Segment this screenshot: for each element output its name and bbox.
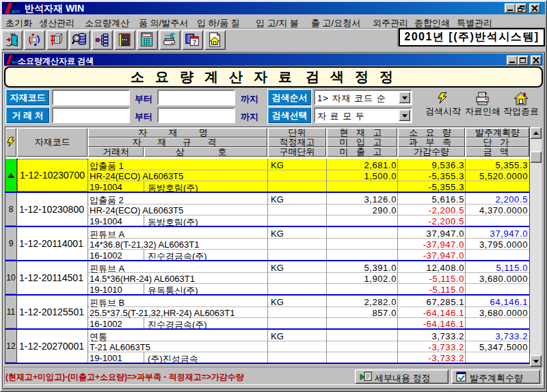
svg-text:7: 7	[193, 39, 196, 46]
svg-text:MAT: MAT	[12, 10, 21, 14]
